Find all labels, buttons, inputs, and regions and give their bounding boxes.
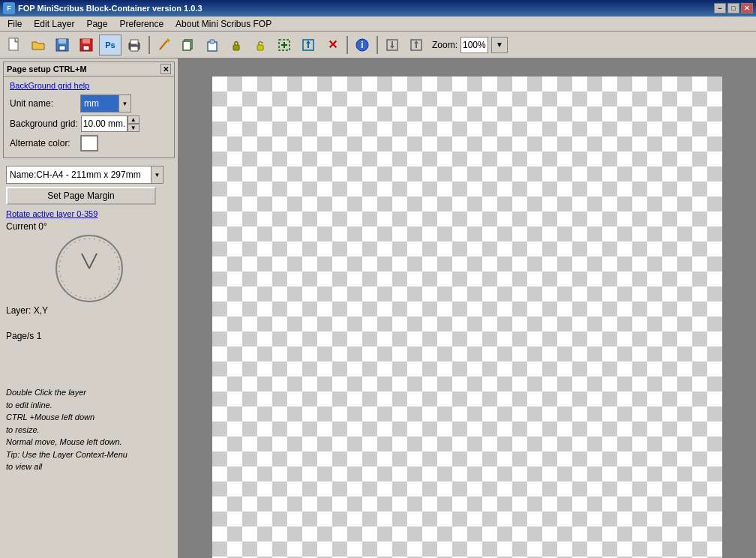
draw-button[interactable] — [153, 34, 176, 56]
svg-line-11 — [160, 40, 167, 50]
rotate-layer-link[interactable]: Rotate active layer 0-359 — [6, 208, 172, 220]
dial-ticks-svg — [56, 235, 123, 302]
layer-xy: Layer: X,Y — [6, 305, 172, 316]
canvas-area — [178, 58, 756, 558]
panel-close-button[interactable]: ✕ — [160, 64, 171, 74]
unit-label: Unit name: — [10, 98, 77, 109]
minimize-button[interactable]: − — [714, 3, 726, 14]
main-layout: Page setup CTRL+M ✕ BackGround grid help… — [0, 58, 756, 558]
svg-rect-15 — [183, 41, 190, 50]
menu-about[interactable]: About Mini Scribus FOP — [170, 16, 278, 31]
menu-bar: File Edit Layer Page Preference About Mi… — [0, 16, 756, 32]
svg-line-36 — [89, 254, 97, 268]
export-button[interactable] — [297, 34, 320, 56]
menu-edit-layer[interactable]: Edit Layer — [28, 16, 80, 31]
canvas-page — [212, 76, 722, 558]
alt-color-swatch[interactable] — [80, 135, 98, 152]
title-bar: F FOP MiniScribus Block-Container versio… — [0, 0, 756, 16]
svg-line-35 — [82, 254, 89, 268]
svg-rect-3 — [59, 46, 65, 50]
svg-marker-30 — [390, 46, 394, 49]
zoom-control: Zoom: 100% 50% 75% 125% 150% 200% ▼ — [432, 37, 508, 53]
app-icon: F — [3, 2, 15, 14]
panel-title-bar: Page setup CTRL+M ✕ — [4, 62, 174, 76]
bg-grid-input[interactable] — [81, 116, 128, 132]
add-frame-button[interactable] — [273, 34, 296, 56]
export2-button[interactable] — [405, 34, 428, 56]
unit-value: mm — [81, 95, 118, 112]
app-title: FOP MiniScribus Block-Container version … — [18, 4, 202, 13]
panel-body: BackGround grid help Unit name: mm ▼ Bac… — [4, 76, 174, 158]
zoom-down-button[interactable]: ▼ — [491, 37, 508, 53]
svg-rect-19 — [257, 45, 263, 50]
svg-rect-5 — [82, 39, 90, 44]
page-size-combo-arrow[interactable]: ▼ — [151, 166, 163, 183]
save-button[interactable] — [51, 34, 74, 56]
unit-combo-arrow[interactable]: ▼ — [118, 95, 130, 112]
menu-preference[interactable]: Preference — [113, 16, 170, 31]
new-button[interactable] — [3, 34, 26, 56]
print-button[interactable] — [123, 34, 146, 56]
rotation-dial[interactable] — [56, 235, 123, 302]
pages-section: Page/s 1 — [6, 331, 172, 341]
canvas-scroll-area[interactable] — [178, 58, 756, 558]
page-size-value: Name:CH-A4 - 211mm x 297mm — [7, 166, 151, 183]
bg-grid-help-link[interactable]: BackGround grid help — [10, 80, 168, 92]
title-bar-controls[interactable]: − □ ✕ — [714, 3, 753, 14]
page-size-combo[interactable]: Name:CH-A4 - 211mm x 297mm ▼ — [6, 166, 164, 184]
help-text: Double Click the layer to edit inline. C… — [6, 386, 172, 473]
page-size-section: Name:CH-A4 - 211mm x 297mm ▼ Set Page Ma… — [0, 161, 178, 475]
unit-combo[interactable]: mm ▼ — [80, 94, 131, 112]
bg-grid-input-group: ▲ ▼ — [81, 116, 140, 132]
current-angle: Current 0° — [6, 221, 172, 232]
canvas-wrapper — [178, 58, 756, 558]
separator-3 — [376, 36, 378, 54]
toolbar: Ps ✕ i Zoom: — [0, 32, 756, 58]
menu-page[interactable]: Page — [80, 16, 113, 31]
svg-rect-6 — [83, 46, 89, 50]
svg-rect-18 — [233, 45, 239, 50]
paste-button[interactable] — [201, 34, 224, 56]
help-text-section: Double Click the layer to edit inline. C… — [6, 386, 172, 473]
svg-rect-9 — [130, 46, 138, 51]
unlock-button[interactable] — [249, 34, 272, 56]
unit-row: Unit name: mm ▼ — [10, 94, 168, 112]
info-button[interactable]: i — [351, 34, 374, 56]
open-button[interactable] — [27, 34, 50, 56]
bg-grid-spinner: ▲ ▼ — [128, 116, 140, 132]
svg-rect-10 — [136, 44, 138, 45]
photoshop-button[interactable]: Ps — [99, 34, 122, 56]
svg-marker-25 — [306, 40, 310, 44]
alt-color-label: Alternate color: — [10, 138, 77, 148]
zoom-select[interactable]: 100% 50% 75% 125% 150% 200% — [460, 37, 488, 53]
separator-1 — [148, 36, 150, 54]
left-panel: Page setup CTRL+M ✕ BackGround grid help… — [0, 58, 178, 558]
delete-button[interactable]: ✕ — [321, 34, 344, 56]
lock-button[interactable] — [225, 34, 248, 56]
save-red-button[interactable] — [75, 34, 98, 56]
title-bar-left: F FOP MiniScribus Block-Container versio… — [3, 2, 202, 14]
page-setup-panel: Page setup CTRL+M ✕ BackGround grid help… — [3, 62, 175, 158]
bg-grid-up-button[interactable]: ▲ — [128, 116, 140, 124]
bg-grid-down-button[interactable]: ▼ — [128, 124, 140, 132]
separator-2 — [346, 36, 348, 54]
svg-rect-0 — [9, 38, 18, 50]
copy-button[interactable] — [177, 34, 200, 56]
pages-info: Page/s 1 — [6, 331, 172, 341]
zoom-label: Zoom: — [432, 40, 458, 50]
import-button[interactable] — [381, 34, 404, 56]
alt-color-row: Alternate color: — [10, 135, 168, 152]
svg-rect-17 — [210, 40, 214, 44]
bg-grid-row: Background grid: ▲ ▼ — [10, 116, 168, 132]
close-button[interactable]: ✕ — [741, 3, 753, 14]
menu-file[interactable]: File — [2, 16, 28, 31]
svg-rect-2 — [58, 39, 66, 44]
svg-marker-33 — [414, 40, 418, 44]
svg-text:i: i — [361, 40, 363, 50]
bg-grid-label: Background grid: — [10, 118, 78, 129]
set-page-margin-button[interactable]: Set Page Margin — [6, 187, 156, 205]
maximize-button[interactable]: □ — [728, 3, 740, 14]
panel-title: Page setup CTRL+M — [7, 64, 87, 74]
